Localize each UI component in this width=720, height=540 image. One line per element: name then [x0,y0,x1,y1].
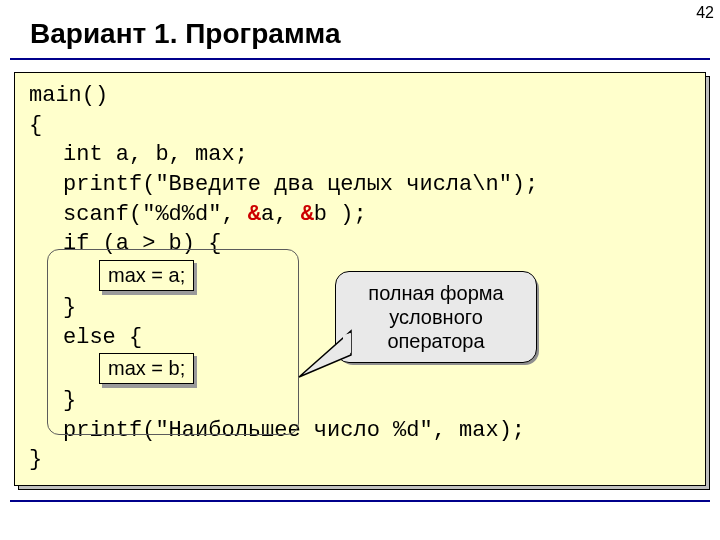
callout-line: оператора [336,329,536,353]
code-line: { [29,113,42,138]
chip-text: max = a; [99,260,194,291]
code-text: b ); [314,202,367,227]
svg-marker-1 [343,333,351,353]
code-block: main() { int a, b, max; printf("Введите … [14,72,706,486]
bottom-rule [10,500,710,502]
slide-title: Вариант 1. Программа [30,18,720,50]
ampersand-icon: & [301,202,314,227]
code-line: } [29,447,42,472]
callout-box: полная форма условного оператора [335,271,537,363]
callout-line: условного [336,305,536,329]
title-block: Вариант 1. Программа [0,0,720,50]
code-line: scanf("%d%d", &a, &b ); [29,200,691,230]
code-line: } [29,386,691,416]
code-line: if (a > b) { [29,229,691,259]
code-line: printf("Введите два целых числа\n"); [29,170,691,200]
callout: полная форма условного оператора [335,271,537,363]
code-line: int a, b, max; [29,140,691,170]
code-text: a, [261,202,301,227]
ampersand-icon: & [248,202,261,227]
highlight-chip: max = b; [99,353,194,385]
code-line: main() [29,83,108,108]
code-line: printf("Наибольшее число %d", max); [29,416,691,446]
highlight-chip: max = a; [99,260,194,292]
chip-text: max = b; [99,353,194,384]
title-rule [10,58,710,60]
code-text: scanf("%d%d", [63,202,248,227]
callout-line: полная форма [336,281,536,305]
page-number: 42 [696,4,714,22]
code-box: main() { int a, b, max; printf("Введите … [14,72,706,486]
